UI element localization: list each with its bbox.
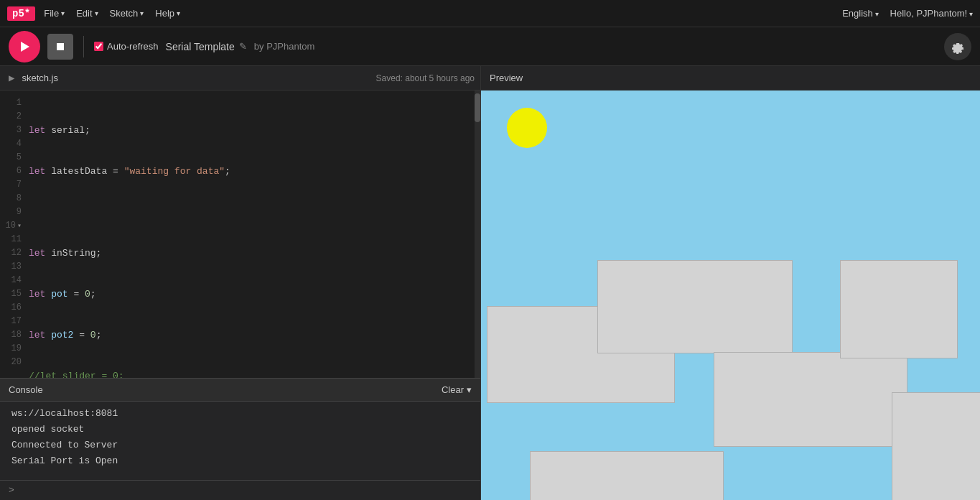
menu-sketch[interactable]: Sketch xyxy=(110,8,144,19)
rect-block-3 xyxy=(714,352,907,447)
menu-file[interactable]: File xyxy=(44,8,65,19)
rect-block-4 xyxy=(840,260,958,358)
preview-panel: Preview xyxy=(481,66,980,500)
console-prompt: > xyxy=(9,485,14,496)
svg-rect-1 xyxy=(57,43,64,50)
sun-circle xyxy=(507,108,547,148)
console-input-row: > xyxy=(0,480,480,500)
collapse-button[interactable]: ▶ xyxy=(6,70,17,85)
code-line: let inString; xyxy=(29,246,469,260)
code-line: let pot = 0; xyxy=(29,287,469,301)
language-selector[interactable]: English xyxy=(842,8,878,19)
code-line: let latestData = "waiting for data"; xyxy=(29,165,469,178)
file-tab[interactable]: sketch.js xyxy=(22,73,58,83)
code-line: let serial; xyxy=(29,124,469,137)
edit-sketch-name-icon[interactable]: ✎ xyxy=(239,41,247,52)
editor-tabbar: ▶ sketch.js Saved: about 5 hours ago xyxy=(0,66,480,91)
svg-marker-0 xyxy=(21,42,29,52)
scrollbar-thumb[interactable] xyxy=(475,93,480,122)
code-line: //let slider = 0; xyxy=(29,369,469,378)
console-output: ws://localhost:8081 opened socket Connec… xyxy=(0,402,480,480)
line-numbers: 1 2 3 4 5 6 7 8 9 10 ▾ 11 12 13 14 15 16… xyxy=(0,91,26,378)
auto-refresh-input[interactable] xyxy=(94,42,103,51)
preview-canvas xyxy=(481,91,980,500)
console-message: ws://localhost:8081 xyxy=(11,406,469,422)
console-message: Connected to Server xyxy=(11,438,469,453)
console-clear-button[interactable]: Clear ▾ xyxy=(442,384,472,395)
rect-block-5 xyxy=(892,392,980,500)
sketch-name: Serial Template ✎ xyxy=(166,41,247,52)
preview-title: Preview xyxy=(490,73,523,83)
rect-block-6 xyxy=(530,451,724,500)
stop-button[interactable] xyxy=(47,34,73,60)
menu-bar: p5* File Edit Sketch Help English Hello,… xyxy=(0,0,980,27)
code-line: let pot2 = 0; xyxy=(29,328,469,342)
code-area[interactable]: 1 2 3 4 5 6 7 8 9 10 ▾ 11 12 13 14 15 16… xyxy=(0,91,480,378)
toolbar-separator xyxy=(83,36,84,57)
console-panel: Console Clear ▾ ws://localhost:8081 open… xyxy=(0,378,480,500)
code-content[interactable]: let serial; let latestData = "waiting fo… xyxy=(26,91,475,378)
chevron-down-icon: ▾ xyxy=(467,384,472,395)
main-area: ▶ sketch.js Saved: about 5 hours ago 1 2… xyxy=(0,66,980,500)
menu-help[interactable]: Help xyxy=(155,8,180,19)
editor-panel: ▶ sketch.js Saved: about 5 hours ago 1 2… xyxy=(0,66,481,500)
by-user-label: by PJPhantom xyxy=(254,41,315,52)
console-message: Serial Port is Open xyxy=(11,453,469,469)
preview-header: Preview xyxy=(481,66,980,91)
rect-block-2 xyxy=(597,260,793,353)
vertical-scrollbar[interactable] xyxy=(475,91,480,378)
auto-refresh-checkbox[interactable]: Auto-refresh xyxy=(94,41,159,52)
code-line xyxy=(29,205,469,219)
user-greeting[interactable]: Hello, PJPhantom! xyxy=(890,8,973,19)
saved-status: Saved: about 5 hours ago xyxy=(376,73,475,83)
console-header: Console Clear ▾ xyxy=(0,379,480,402)
play-button[interactable] xyxy=(9,31,40,62)
console-message: opened socket xyxy=(11,422,469,438)
toolbar: Auto-refresh Serial Template ✎ by PJPhan… xyxy=(0,27,980,66)
console-title: Console xyxy=(9,384,43,395)
settings-button[interactable] xyxy=(944,33,971,60)
menu-edit[interactable]: Edit xyxy=(76,8,98,19)
p5-logo[interactable]: p5* xyxy=(7,6,35,21)
